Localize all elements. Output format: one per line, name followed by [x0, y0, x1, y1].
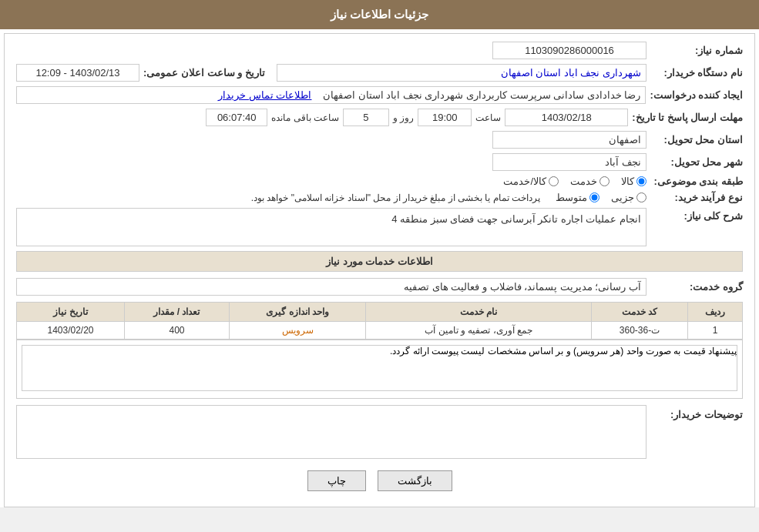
general-desc-value: انجام عملیات اجاره تانکر آبرسانی جهت فضا…	[16, 208, 646, 246]
col-row-num: ردیف	[688, 303, 743, 322]
remaining-time: 06:07:40	[206, 109, 267, 126]
time-label: ساعت	[475, 112, 501, 123]
buyer-notes-label: توضیحات خریدار:	[650, 405, 743, 420]
purchase-type-motavasset[interactable]: متوسط	[556, 192, 599, 203]
table-note: پیشنهاد قیمت به صورت واحد (هر سرویس) و ب…	[16, 340, 743, 399]
col-quantity: تعداد / مقدار	[124, 303, 229, 322]
category-label: طبقه بندی موضوعی:	[650, 176, 743, 187]
province-value: اصفهان	[492, 131, 646, 149]
services-section-header: اطلاعات خدمات مورد نیاز	[16, 251, 743, 272]
cell-unit: سرویس	[229, 322, 366, 340]
col-unit: واحد اندازه گیری	[229, 303, 366, 322]
need-number-label: شماره نیاز:	[650, 45, 743, 56]
response-days: 5	[343, 109, 389, 126]
buyer-notes-value	[16, 405, 646, 459]
requester-text: رضا خدادادی سادانی سرپرست کاربرداری شهرد…	[323, 89, 641, 101]
print-button[interactable]: چاپ	[307, 470, 366, 491]
requester-value: رضا خدادادی سادانی سرپرست کاربرداری شهرد…	[16, 86, 646, 104]
page-header: جزئیات اطلاعات نیاز	[0, 0, 759, 29]
purchase-type-jozi[interactable]: جزیی	[611, 192, 646, 203]
purchase-type-radio-group: جزیی متوسط	[556, 192, 646, 203]
response-deadline-label: مهلت ارسال پاسخ تا تاریخ:	[632, 112, 743, 123]
cell-service-code: ت-36-360	[591, 322, 687, 340]
buttons-row: بازگشت چاپ	[16, 470, 743, 499]
cell-row-num: 1	[688, 322, 743, 340]
purchase-type-label: نوع فرآیند خرید:	[650, 192, 743, 203]
general-desc-label: شرح کلی نیاز:	[650, 208, 743, 222]
col-date: تاریخ نیاز	[17, 303, 125, 322]
days-label: روز و	[393, 112, 414, 123]
back-button[interactable]: بازگشت	[378, 470, 452, 491]
response-time: 19:00	[418, 109, 472, 126]
col-service-name: نام خدمت	[366, 303, 591, 322]
remaining-label: ساعت باقی مانده	[271, 112, 339, 123]
services-table: ردیف کد خدمت نام خدمت واحد اندازه گیری ت…	[16, 302, 743, 340]
service-group-label: گروه خدمت:	[650, 281, 743, 293]
cell-service-name: جمع آوری، تصفیه و تامین آب	[366, 322, 591, 340]
table-note-textarea[interactable]: پیشنهاد قیمت به صورت واحد (هر سرویس) و ب…	[22, 345, 737, 391]
category-radio-group: کالا خدمت کالا/خدمت	[503, 176, 646, 187]
contact-link[interactable]: اطلاعات تماس خریدار	[218, 89, 311, 101]
requester-label: ایجاد کننده درخواست:	[650, 89, 743, 101]
city-label: شهر محل تحویل:	[650, 156, 743, 168]
city-value: نجف آباد	[492, 153, 646, 171]
response-date: 1403/02/18	[505, 109, 628, 126]
category-option-khedmat[interactable]: خدمت	[570, 176, 610, 187]
service-group-value: آب رسانی؛ مدیریت پسماند، فاضلاب و فعالیت…	[16, 278, 646, 296]
date-announce-value: 1403/02/13 - 12:09	[16, 64, 139, 82]
need-number-value: 1103090286000016	[492, 42, 646, 59]
page-title: جزئیات اطلاعات نیاز	[331, 8, 428, 21]
services-table-section: ردیف کد خدمت نام خدمت واحد اندازه گیری ت…	[16, 302, 743, 340]
cell-date: 1403/02/20	[17, 322, 125, 340]
col-service-code: کد خدمت	[591, 303, 687, 322]
table-row: 1 ت-36-360 جمع آوری، تصفیه و تامین آب سر…	[17, 322, 743, 340]
cell-quantity: 400	[124, 322, 229, 340]
buyer-notes-row: توضیحات خریدار:	[16, 405, 743, 459]
purchase-type-note: پرداخت تمام یا بخشی از مبلغ خریدار از مح…	[251, 192, 540, 203]
buyer-org-label: نام دستگاه خریدار:	[650, 67, 743, 79]
category-option-both[interactable]: کالا/خدمت	[503, 176, 559, 187]
province-label: استان محل تحویل:	[650, 134, 743, 146]
date-announce-label: تاریخ و ساعت اعلان عمومی:	[143, 67, 265, 79]
buyer-org-value: شهرداری نجف اباد استان اصفهان	[277, 64, 646, 82]
category-option-kala[interactable]: کالا	[621, 176, 646, 187]
